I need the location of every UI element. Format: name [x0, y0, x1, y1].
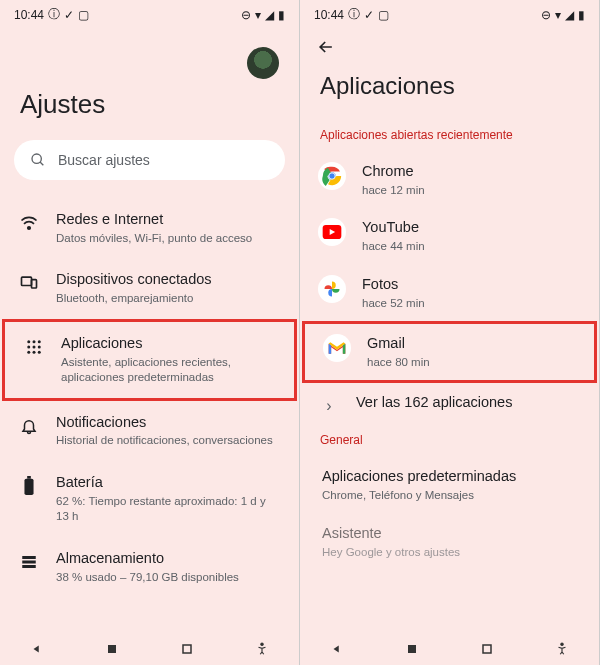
page-title: Ajustes [0, 79, 299, 140]
svg-point-28 [560, 643, 562, 645]
highlight-apps: Aplicaciones Asistente, aplicaciones rec… [2, 319, 297, 401]
item-title: Redes e Internet [56, 210, 281, 229]
battery-status-icon: ▮ [578, 8, 585, 22]
chevron-right-icon: › [318, 395, 340, 417]
item-sub: Datos móviles, Wi-Fi, punto de acceso [56, 231, 281, 247]
status-time: 10:44 [314, 8, 344, 22]
svg-rect-4 [32, 280, 37, 288]
svg-point-9 [33, 345, 36, 348]
svg-point-6 [33, 340, 36, 343]
dnd-icon: ⊖ [541, 8, 551, 22]
wifi-status-icon: ▾ [555, 8, 561, 22]
see-all-apps[interactable]: › Ver las 162 aplicaciones [300, 383, 599, 427]
settings-item-apps[interactable]: Aplicaciones Asistente, aplicaciones rec… [5, 322, 294, 398]
nav-home[interactable] [104, 641, 120, 657]
highlight-gmail: Gmail hace 80 min [302, 321, 597, 383]
see-all-label: Ver las 162 aplicaciones [356, 393, 581, 412]
svg-rect-17 [22, 560, 36, 563]
svg-point-10 [38, 345, 41, 348]
nav-recent[interactable] [479, 641, 495, 657]
svg-point-21 [260, 643, 262, 645]
nav-home[interactable] [404, 641, 420, 657]
nav-bar [0, 633, 299, 665]
settings-item-devices[interactable]: Dispositivos conectados Bluetooth, empar… [0, 258, 299, 318]
search-input[interactable]: Buscar ajustes [14, 140, 285, 180]
svg-point-7 [38, 340, 41, 343]
battery-status-icon: ▮ [278, 8, 285, 22]
item-title: Aplicaciones predeterminadas [322, 467, 581, 486]
app-item-photos[interactable]: Fotos hace 52 min [300, 265, 599, 321]
signal-icon: ◢ [265, 8, 274, 22]
app-item-youtube[interactable]: YouTube hace 44 min [300, 208, 599, 264]
item-sub: 62 %: Tiempo restante aproximado: 1 d y … [56, 494, 281, 525]
item-sub: Bluetooth, emparejamiento [56, 291, 281, 307]
svg-rect-27 [483, 645, 491, 653]
wifi-icon [18, 212, 40, 234]
svg-rect-26 [408, 645, 416, 653]
item-sub: 38 % usado – 79,10 GB disponibles [56, 570, 281, 586]
svg-rect-3 [22, 278, 32, 286]
nav-accessibility[interactable] [554, 641, 570, 657]
avatar[interactable] [247, 47, 279, 79]
apps-screen: 10:44 ⓘ ✓ ▢ ⊖ ▾ ◢ ▮ Aplicaciones Aplicac… [300, 0, 600, 665]
battery-icon [18, 475, 40, 497]
app-name: Gmail [367, 334, 576, 353]
svg-point-5 [27, 340, 30, 343]
app-sub: hace 12 min [362, 183, 581, 199]
check-icon: ✓ [364, 8, 374, 22]
page-title: Aplicaciones [300, 62, 599, 122]
app-sub: hace 52 min [362, 296, 581, 312]
svg-point-11 [27, 350, 30, 353]
item-title: Batería [56, 473, 281, 492]
item-title: Aplicaciones [61, 334, 276, 353]
nav-back[interactable] [29, 641, 45, 657]
settings-item-network[interactable]: Redes e Internet Datos móviles, Wi-Fi, p… [0, 198, 299, 258]
app-item-chrome[interactable]: Chrome hace 12 min [300, 152, 599, 208]
nav-bar [300, 633, 599, 665]
item-title: Notificaciones [56, 413, 281, 432]
app-sub: hace 80 min [367, 355, 576, 371]
svg-line-1 [40, 162, 43, 165]
default-apps-item[interactable]: Aplicaciones predeterminadas Chrome, Tel… [300, 457, 599, 513]
gmail-icon [323, 334, 351, 362]
settings-item-notifications[interactable]: Notificaciones Historial de notificacion… [0, 401, 299, 461]
status-time: 10:44 [14, 8, 44, 22]
square-icon: ▢ [378, 8, 389, 22]
item-sub: Asistente, aplicaciones recientes, aplic… [61, 355, 276, 386]
assistant-item[interactable]: Asistente Hey Google y otros ajustes [300, 514, 599, 570]
app-name: YouTube [362, 218, 581, 237]
settings-item-battery[interactable]: Batería 62 %: Tiempo restante aproximado… [0, 461, 299, 537]
settings-screen: 10:44 ⓘ ✓ ▢ ⊖ ▾ ◢ ▮ Ajustes Buscar ajust… [0, 0, 300, 665]
svg-rect-14 [24, 479, 33, 495]
settings-item-storage[interactable]: Almacenamiento 38 % usado – 79,10 GB dis… [0, 537, 299, 597]
svg-rect-18 [22, 565, 36, 568]
svg-point-24 [329, 173, 335, 179]
svg-point-8 [27, 345, 30, 348]
status-bar: 10:44 ⓘ ✓ ▢ ⊖ ▾ ◢ ▮ [300, 0, 599, 29]
search-placeholder: Buscar ajustes [58, 152, 150, 168]
nav-accessibility[interactable] [254, 641, 270, 657]
youtube-icon [318, 218, 346, 246]
item-sub: Hey Google y otros ajustes [322, 545, 581, 561]
back-button[interactable] [300, 29, 352, 62]
section-header-general: General [300, 427, 599, 457]
item-title: Asistente [322, 524, 581, 543]
svg-point-2 [28, 227, 31, 230]
status-bar: 10:44 ⓘ ✓ ▢ ⊖ ▾ ◢ ▮ [0, 0, 299, 29]
apps-icon [23, 336, 45, 358]
search-icon [30, 152, 46, 168]
photos-icon [318, 275, 346, 303]
dnd-icon: ⊖ [241, 8, 251, 22]
info-icon: ⓘ [348, 6, 360, 23]
chrome-icon [318, 162, 346, 190]
svg-point-12 [33, 350, 36, 353]
app-item-gmail[interactable]: Gmail hace 80 min [305, 324, 594, 380]
item-title: Almacenamiento [56, 549, 281, 568]
item-sub: Chrome, Teléfono y Mensajes [322, 488, 581, 504]
svg-rect-20 [183, 645, 191, 653]
signal-icon: ◢ [565, 8, 574, 22]
section-header-recent: Aplicaciones abiertas recientemente [300, 122, 599, 152]
wifi-status-icon: ▾ [255, 8, 261, 22]
nav-back[interactable] [329, 641, 345, 657]
nav-recent[interactable] [179, 641, 195, 657]
